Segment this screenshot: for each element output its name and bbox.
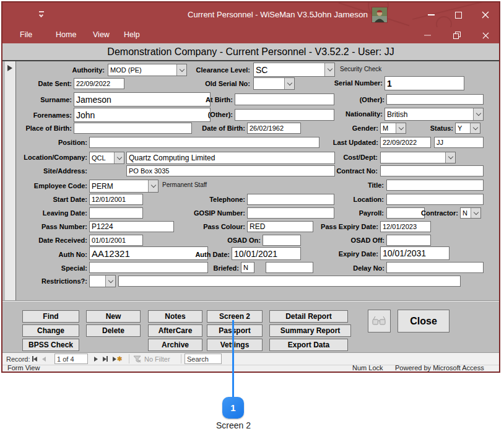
date-sent-field[interactable]: 22/09/2022 <box>74 78 124 89</box>
dropdown-button[interactable] <box>114 152 124 163</box>
dropdown-button[interactable] <box>396 123 406 133</box>
menu-view[interactable]: View <box>89 27 113 43</box>
find-button[interactable]: Find <box>22 310 79 323</box>
record-position-box[interactable]: 1 of 4 <box>54 354 88 364</box>
gender-value: M <box>383 124 388 132</box>
delay-no-field[interactable] <box>386 262 484 273</box>
no-filter-label[interactable]: No Filter <box>144 353 170 365</box>
pass-number-field[interactable]: P1224 <box>89 221 174 232</box>
close-button[interactable]: Close <box>398 310 450 333</box>
next-record-button[interactable] <box>94 353 98 365</box>
clearance-level-label: Clearance Level: <box>160 66 250 74</box>
child-restore-button[interactable] <box>445 27 469 43</box>
new-record-button[interactable]: ✱ <box>113 353 122 365</box>
dropdown-button[interactable] <box>324 63 334 76</box>
delay-no-label: Delay No: <box>332 264 385 272</box>
dropdown-button[interactable] <box>473 108 483 120</box>
first-record-button[interactable] <box>32 353 37 365</box>
start-date-field[interactable]: 12/01/2001 <box>89 194 143 205</box>
osad-off-field[interactable] <box>386 235 431 246</box>
screen2-button[interactable]: Screen 2 <box>207 310 263 323</box>
serial-number-label: Serial Number: <box>311 79 383 87</box>
minimize-icon <box>424 35 431 36</box>
pass-expiry-date-field[interactable]: 12/01/2023 <box>380 221 431 232</box>
at-birth-field[interactable] <box>235 93 334 105</box>
forenames-label: Forenames: <box>6 111 72 119</box>
gosip-number-label: GOSIP Number: <box>178 209 245 217</box>
special-label: Special: <box>26 264 87 272</box>
menu-file[interactable]: File <box>16 27 36 43</box>
other-after-birth-field[interactable] <box>386 94 484 105</box>
site-address-field[interactable]: PO Box 3035 <box>126 165 335 176</box>
serial-number-field[interactable]: 1 <box>385 76 464 90</box>
leaving-date-field[interactable] <box>89 207 143 219</box>
dropdown-button[interactable] <box>148 180 158 192</box>
date-received-field[interactable]: 01/01/2001 <box>89 235 143 246</box>
employee-code-combo[interactable]: PERM <box>89 180 159 193</box>
summary-report-button[interactable]: Summary Report <box>269 324 351 337</box>
clearance-level-value: SC <box>256 65 267 75</box>
location-company-name: Quartz Computing Limited <box>129 154 215 162</box>
dropdown-button[interactable] <box>470 123 480 133</box>
date-of-birth-field[interactable]: 26/02/1962 <box>247 123 301 134</box>
notes-button[interactable]: Notes <box>148 310 202 323</box>
menu-home[interactable]: Home <box>52 27 80 43</box>
cost-dept-combo[interactable] <box>380 152 456 163</box>
gosip-number-field[interactable] <box>247 207 334 219</box>
minimize-button[interactable] <box>417 2 445 27</box>
detail-report-button[interactable]: Detail Report <box>269 310 348 323</box>
delete-button[interactable]: Delete <box>86 324 141 337</box>
osad-off-label: OSAD Off: <box>338 237 385 244</box>
pass-colour-field[interactable]: RED <box>247 221 313 232</box>
dropdown-button[interactable] <box>445 152 455 163</box>
search-input[interactable]: Search <box>185 354 222 364</box>
child-close-button[interactable] <box>473 27 498 43</box>
record-label: Record: <box>6 353 30 365</box>
dropdown-button[interactable] <box>105 276 115 287</box>
location-field[interactable] <box>386 194 484 205</box>
passport-button[interactable]: Passport <box>207 324 263 337</box>
dropdown-button[interactable] <box>471 208 480 218</box>
previous-record-button[interactable] <box>42 353 46 365</box>
change-button[interactable]: Change <box>22 324 79 337</box>
auth-date-field[interactable]: 10/01/2021 <box>232 247 301 260</box>
location-label: Location: <box>329 196 384 203</box>
old-serial-no-combo[interactable] <box>253 77 295 90</box>
clearance-level-combo[interactable]: SC <box>253 63 335 77</box>
child-minimize-button[interactable] <box>415 27 440 43</box>
telephone-field[interactable] <box>247 194 334 205</box>
new-button[interactable]: New <box>86 310 141 323</box>
last-updated-field[interactable]: 22/09/2022 <box>380 137 431 148</box>
nationality-combo[interactable]: British <box>385 108 484 121</box>
vettings-button[interactable]: Vettings <box>207 339 263 351</box>
status-combo[interactable]: Y <box>455 123 480 134</box>
gender-combo[interactable]: M <box>380 123 406 134</box>
archive-button[interactable]: Archive <box>148 339 202 351</box>
restrictions-combo[interactable] <box>89 275 116 287</box>
bpss-check-button[interactable]: BPSS Check <box>22 339 79 351</box>
last-record-button[interactable] <box>103 353 108 365</box>
contract-no-field[interactable] <box>380 165 484 176</box>
at-birth-label: At Birth: <box>175 96 233 103</box>
briefed-extra-field[interactable] <box>266 262 313 273</box>
position-field[interactable] <box>89 137 319 148</box>
briefed-field[interactable]: N <box>241 262 254 273</box>
menu-help[interactable]: Help <box>120 27 144 43</box>
export-data-button[interactable]: Export Data <box>269 339 348 351</box>
special-field[interactable] <box>89 262 208 273</box>
last-updated-by-field[interactable]: JJ <box>434 137 484 148</box>
title-field[interactable] <box>386 180 484 191</box>
aftercare-button[interactable]: AfterCare <box>148 324 202 337</box>
view-glasses-button[interactable] <box>368 310 391 333</box>
maximize-button[interactable] <box>445 2 472 27</box>
close-window-button[interactable] <box>472 2 499 27</box>
restrictions-text-field[interactable] <box>118 276 461 287</box>
nationality-value: British <box>387 110 407 119</box>
osad-on-field[interactable] <box>263 235 301 246</box>
dropdown-button[interactable] <box>284 78 294 89</box>
place-of-birth-field[interactable] <box>74 123 192 134</box>
contractor-combo[interactable]: N <box>460 207 481 219</box>
location-company-combo[interactable]: QCL <box>89 152 124 164</box>
location-company-name-field[interactable]: Quartz Computing Limited <box>126 152 335 164</box>
expiry-date-field[interactable]: 10/01/2031 <box>380 246 450 260</box>
